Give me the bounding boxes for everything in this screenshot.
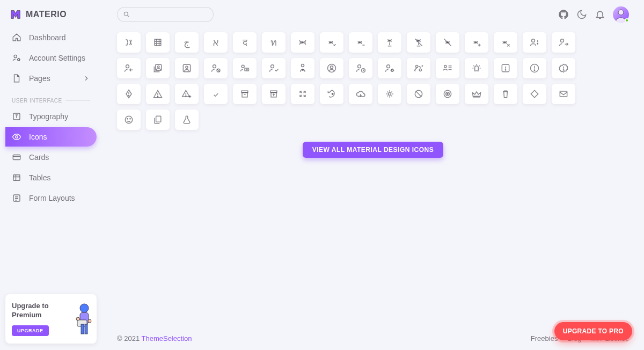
icon-card-alert-plus[interactable] [175, 84, 199, 104]
icon-card-access-point-network[interactable] [378, 32, 401, 53]
search-icon [123, 11, 130, 18]
status-online-dot [625, 18, 629, 23]
bell-icon[interactable] [595, 9, 605, 20]
icon-card-access-point-off[interactable] [436, 32, 459, 53]
icon-card-approval[interactable] [204, 84, 228, 104]
svg-point-30 [158, 66, 159, 68]
icon-card-account-circle[interactable] [320, 58, 343, 78]
svg-rect-59 [242, 93, 247, 97]
icon-card-crown[interactable] [465, 84, 488, 104]
icon-card-account-box[interactable] [175, 58, 199, 78]
account-box-icon [181, 63, 192, 74]
alert-plus-icon [181, 89, 192, 99]
icon-card-access-point-minus[interactable] [349, 32, 372, 53]
sidebar-item-pages[interactable]: Pages [5, 69, 97, 88]
icon-card-account-alert[interactable] [523, 32, 546, 53]
svg-point-47 [416, 65, 418, 68]
icon-card-flask[interactable] [175, 110, 199, 130]
icon-card-account-check[interactable] [262, 58, 286, 78]
user-avatar[interactable] [613, 6, 629, 23]
sidebar-item-icons[interactable]: Icons [5, 127, 97, 147]
icon-card-access-point-plus[interactable] [465, 32, 488, 53]
search-box[interactable] [117, 7, 214, 22]
icon-card-account-convert[interactable] [407, 58, 430, 78]
icon-card-content-copy[interactable] [146, 110, 170, 130]
icon-card-access-point-network-off[interactable] [407, 32, 430, 53]
svg-rect-16 [155, 39, 161, 46]
account-arrow-left-icon [123, 63, 134, 74]
icon-card-account-cancel[interactable] [204, 58, 228, 78]
svg-point-51 [505, 70, 506, 70]
sidebar-item-form-layouts[interactable]: Form Layouts [5, 188, 97, 208]
icon-card-alert-decagram[interactable] [552, 58, 575, 78]
icon-card-off[interactable] [407, 84, 430, 104]
icon-card-abugida-devanagari[interactable]: द [233, 32, 257, 53]
theme-toggle-icon[interactable] [576, 9, 587, 20]
github-icon[interactable] [558, 9, 569, 20]
footer-link-freebies[interactable]: Freebies [531, 334, 558, 342]
sidebar-item-cards[interactable]: Cards [5, 148, 97, 167]
icon-card-arrow-collapse[interactable] [291, 84, 314, 104]
view-all-button[interactable]: VIEW ALL MATERIAL DESIGN ICONS [303, 142, 444, 158]
icon-card-access-point-remove[interactable] [494, 32, 517, 53]
upgrade-illustration-icon [70, 303, 99, 345]
upgrade-to-pro-button[interactable]: UPGRADE TO PRO [554, 322, 632, 340]
icon-card-account-cog[interactable] [378, 58, 401, 78]
icon-card-account-clock[interactable] [349, 58, 372, 78]
icon-card-account-arrow-right[interactable] [552, 32, 575, 53]
access-point-network-icon [384, 37, 395, 48]
typography-icon [12, 112, 21, 121]
sidebar-item-typography[interactable]: Typography [5, 107, 97, 126]
icon-card-account-cash[interactable] [233, 58, 257, 78]
sidebar-item-account-settings[interactable]: Account Settings [5, 48, 97, 68]
icon-card-archive[interactable] [233, 84, 257, 104]
svg-rect-11 [85, 324, 87, 334]
icon-card-abjad-hebrew[interactable]: א [204, 32, 228, 53]
icon-card-emoticon[interactable] [117, 110, 141, 130]
svg-point-45 [387, 65, 390, 68]
abjad-arabic-icon: ج [184, 38, 190, 47]
icon-card-api[interactable] [378, 84, 401, 104]
topbar-actions [558, 6, 629, 23]
icon-card-motion-play[interactable] [436, 84, 459, 104]
sidebar-item-tables[interactable]: Tables [5, 168, 97, 187]
icon-card-abugida-thai[interactable]: ท [262, 32, 286, 53]
icon-card-account-child[interactable] [291, 58, 314, 78]
icon-card-backup-restore[interactable] [320, 84, 343, 104]
svg-point-17 [302, 42, 304, 43]
brand[interactable]: MATERIO [5, 6, 97, 28]
footer-themeselection-link[interactable]: ThemeSelection [142, 334, 192, 342]
icon-card-alarm-light[interactable] [465, 58, 488, 78]
sidebar-item-dashboard[interactable]: Dashboard [5, 28, 97, 47]
icon-card-alert[interactable] [146, 84, 170, 104]
icon-card-abacus[interactable] [146, 32, 170, 53]
icon-card-email[interactable] [552, 84, 575, 104]
icon-card-access-point[interactable] [291, 32, 314, 53]
account-circle-icon [326, 63, 337, 74]
icon-card-account-details[interactable] [436, 58, 459, 78]
icon-card-account-box-multiple[interactable] [146, 58, 170, 78]
svg-point-62 [332, 93, 333, 95]
icon-card-archive-arrow-up[interactable] [262, 84, 286, 104]
svg-point-32 [186, 66, 188, 68]
alarm-light-icon [471, 63, 482, 74]
svg-point-55 [128, 96, 129, 96]
svg-point-13 [88, 319, 91, 323]
icon-card-alert-rhombus[interactable] [117, 84, 141, 104]
icon-card-delete[interactable] [494, 84, 517, 104]
svg-point-7 [80, 304, 89, 312]
upgrade-button[interactable]: UPGRADE [12, 325, 49, 336]
svg-point-68 [125, 116, 132, 123]
abugida-thai-icon: ท [270, 38, 277, 47]
icon-card-abjad-arabic[interactable]: ج [175, 32, 199, 53]
svg-point-18 [330, 42, 332, 43]
icon-card-alert-circle[interactable] [523, 58, 546, 78]
icon-card-tag[interactable] [523, 84, 546, 104]
abugida-devanagari-icon: द [243, 38, 247, 47]
icon-card-account-arrow-left[interactable] [117, 58, 141, 78]
icon-card-cloud-download[interactable] [349, 84, 372, 104]
icon-card-ab-testing[interactable] [117, 32, 141, 53]
icon-card-access-point-check[interactable] [320, 32, 343, 53]
search-input[interactable] [130, 11, 208, 18]
icon-card-alert-box[interactable] [494, 58, 517, 78]
